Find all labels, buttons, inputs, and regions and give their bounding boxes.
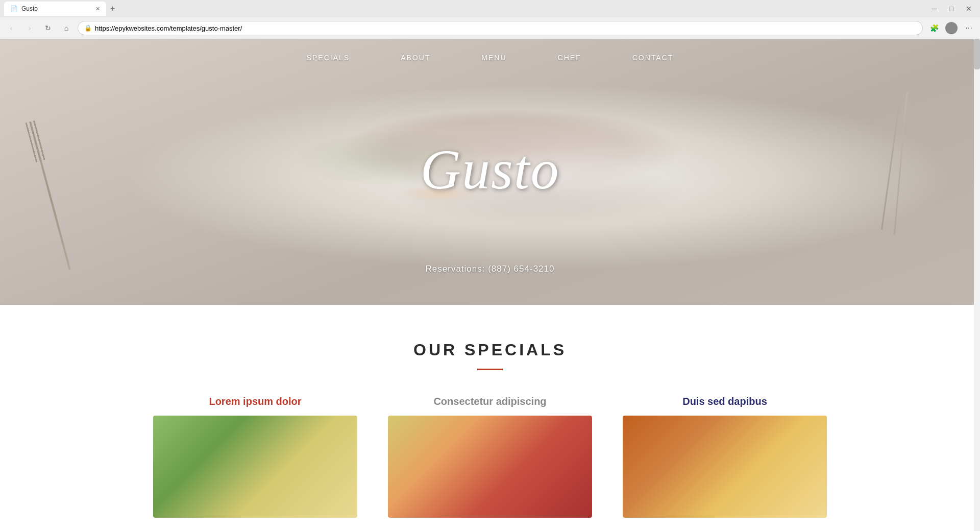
avatar — [945, 22, 958, 34]
minimize-button[interactable]: ─ — [927, 2, 941, 16]
home-icon: ⌂ — [64, 24, 68, 32]
puzzle-icon: 🧩 — [930, 24, 939, 32]
specials-divider — [477, 369, 503, 370]
more-options-icon: ⋯ — [965, 24, 972, 32]
tab-favicon-icon: 📄 — [10, 5, 17, 12]
lock-icon: 🔒 — [84, 25, 92, 32]
special-item-3: Duis sed dapibus — [623, 396, 827, 518]
special-item-1-image — [153, 416, 357, 518]
home-button[interactable]: ⌂ — [59, 21, 74, 35]
browser-titlebar: 📄 Gusto ✕ + ─ □ ✕ — [0, 0, 980, 17]
nav-about[interactable]: ABOUT — [401, 54, 430, 62]
tab-close-button[interactable]: ✕ — [95, 6, 100, 12]
browser-toolbar-right: 🧩 ⋯ — [927, 21, 976, 35]
profile-button[interactable] — [944, 21, 959, 35]
special-item-1-title: Lorem ipsum dolor — [153, 396, 357, 407]
website-content: SPECIALS ABOUT MENU CHEF CONTACT Gusto R… — [0, 39, 980, 531]
special-item-3-title: Duis sed dapibus — [623, 396, 827, 407]
special-item-2-image — [388, 416, 592, 518]
extensions-button[interactable]: 🧩 — [927, 21, 941, 35]
nav-chef[interactable]: CHEF — [558, 54, 581, 62]
nav-menu[interactable]: MENU — [481, 54, 506, 62]
special-item-1: Lorem ipsum dolor — [153, 396, 357, 518]
specials-title: OUR SPECIALS — [10, 341, 970, 359]
nav-specials[interactable]: SPECIALS — [307, 54, 350, 62]
nav-contact[interactable]: CONTACT — [632, 54, 674, 62]
browser-chrome: 📄 Gusto ✕ + ─ □ ✕ ‹ › ↻ ⌂ 🔒 — [0, 0, 980, 39]
hero-section: SPECIALS ABOUT MENU CHEF CONTACT Gusto R… — [0, 39, 980, 305]
maximize-button[interactable]: □ — [944, 2, 959, 16]
back-icon: ‹ — [10, 24, 13, 32]
address-input[interactable] — [95, 25, 906, 32]
brand-name: Gusto — [421, 141, 560, 198]
tab-title: Gusto — [21, 5, 38, 12]
special-item-2-title: Consectetur adipiscing — [388, 396, 592, 407]
new-tab-button[interactable]: + — [106, 4, 119, 13]
special-item-2: Consectetur adipiscing — [388, 396, 592, 518]
refresh-button[interactable]: ↻ — [41, 21, 55, 35]
specials-section: OUR SPECIALS Lorem ipsum dolor Consectet… — [0, 305, 980, 531]
browser-tab[interactable]: 📄 Gusto ✕ — [4, 2, 106, 16]
settings-button[interactable]: ⋯ — [962, 21, 976, 35]
main-nav: SPECIALS ABOUT MENU CHEF CONTACT — [0, 39, 980, 76]
forward-button[interactable]: › — [22, 21, 37, 35]
close-window-button[interactable]: ✕ — [962, 2, 976, 16]
reservations-text: Reservations: (887) 654-3210 — [426, 264, 555, 274]
forward-icon: › — [29, 24, 31, 32]
refresh-icon: ↻ — [45, 24, 51, 32]
address-bar[interactable]: 🔒 — [78, 21, 923, 35]
back-button[interactable]: ‹ — [4, 21, 18, 35]
special-item-3-image — [623, 416, 827, 518]
specials-grid: Lorem ipsum dolor Consectetur adipiscing… — [133, 396, 847, 518]
browser-toolbar: ‹ › ↻ ⌂ 🔒 🧩 ⋯ — [0, 17, 980, 39]
scrollbar[interactable] — [974, 39, 980, 531]
hero-brand: Gusto — [421, 141, 560, 198]
